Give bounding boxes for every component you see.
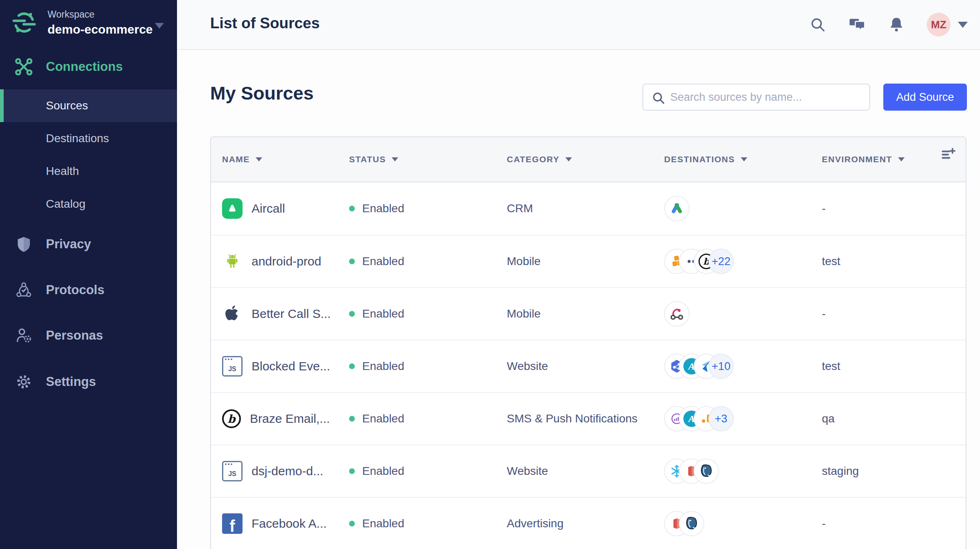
add-source-button[interactable]: Add Source [883, 84, 967, 111]
section-heading: My Sources [210, 83, 314, 104]
sidebar-item-catalog[interactable]: Catalog [0, 188, 177, 220]
source-name-cell: JSBlocked Eve... [222, 356, 349, 377]
source-name: dsj-demo-d... [252, 464, 323, 478]
page-title: List of Sources [210, 15, 320, 32]
sidebar: Workspace demo-ecommerce Connections Sou… [0, 0, 177, 549]
status-cell: Enabled [349, 307, 507, 320]
column-header-category[interactable]: CATEGORY [507, 154, 664, 164]
source-name-cell: Aircall [222, 198, 349, 219]
status-text: Enabled [362, 412, 404, 425]
sidebar-item-label: Health [46, 165, 79, 178]
sidebar-item-settings[interactable]: Settings [0, 365, 177, 398]
destinations-more-badge: +3 [708, 406, 734, 431]
column-header-destinations[interactable]: DESTINATIONS [664, 154, 822, 164]
destinations-cell: A+10 [664, 354, 822, 379]
status-cell: Enabled [349, 412, 507, 425]
sort-caret-icon [256, 157, 262, 161]
source-name: Blocked Eve... [252, 359, 330, 373]
gear-icon [15, 373, 33, 391]
table-row[interactable]: JSdsj-demo-d...EnabledWebsitestaging [211, 445, 966, 497]
status-dot-icon [349, 259, 355, 264]
workspace-name: demo-ecommerce [48, 23, 153, 36]
environment-cell: - [822, 307, 955, 320]
source-name: Facebook A... [252, 517, 327, 531]
user-menu-caret-icon [958, 22, 968, 28]
source-name-cell: fFacebook A... [222, 513, 349, 534]
table-row[interactable]: Better Call S...EnabledMobile- [211, 287, 966, 340]
android-source-icon [222, 251, 243, 272]
table-header: NAME STATUS CATEGORY DESTINATIONS ENVIRO… [211, 137, 966, 182]
status-dot-icon [349, 416, 355, 422]
source-name-cell: android-prod [222, 251, 349, 272]
environment-cell: qa [822, 412, 955, 425]
source-name-cell: Better Call S... [222, 304, 349, 324]
status-text: Enabled [362, 307, 404, 320]
status-cell: Enabled [349, 255, 507, 268]
status-cell: Enabled [349, 360, 507, 373]
table-body: AircallEnabledCRM-android-prodEnabledMob… [211, 182, 966, 549]
avatar[interactable]: MZ [927, 13, 951, 36]
destination-icon-google-ads [664, 196, 690, 221]
workspace-label: Workspace [48, 9, 153, 20]
sidebar-item-sources[interactable]: Sources [0, 89, 177, 122]
category-cell: CRM [507, 202, 664, 215]
sort-caret-icon [392, 157, 398, 161]
status-dot-icon [349, 468, 355, 474]
status-text: Enabled [362, 465, 404, 478]
column-header-environment[interactable]: ENVIRONMENT [822, 154, 955, 164]
main-content: My Sources Add Source NAME STATUS CATEGO… [177, 50, 980, 549]
app-window: Workspace demo-ecommerce Connections Sou… [0, 0, 980, 549]
customize-columns-icon[interactable] [940, 146, 956, 165]
sidebar-item-privacy[interactable]: Privacy [0, 228, 177, 261]
source-name: Better Call S... [252, 307, 331, 321]
table-row[interactable]: android-prodEnabledMobileb+22test [211, 235, 966, 287]
search-input[interactable] [670, 84, 867, 110]
category-cell: SMS & Push Notifications [507, 412, 664, 425]
sidebar-item-connections[interactable]: Connections [0, 50, 177, 83]
status-dot-icon [349, 521, 355, 526]
table-row[interactable]: bBraze Email,...EnabledSMS & Push Notifi… [211, 392, 966, 445]
destinations-more-badge: +10 [708, 354, 734, 379]
sort-caret-icon [898, 157, 905, 161]
column-header-status[interactable]: STATUS [349, 154, 507, 164]
sidebar-item-label: Catalog [46, 197, 86, 211]
status-text: Enabled [362, 202, 404, 215]
sidebar-item-personas[interactable]: Personas [0, 319, 177, 352]
environment-cell: test [822, 360, 955, 373]
source-name-cell: bBraze Email,... [222, 409, 349, 428]
environment-cell: - [822, 517, 955, 530]
sidebar-item-label: Protocols [46, 283, 104, 297]
destination-icon-webhook [664, 301, 690, 327]
table-row[interactable]: JSBlocked Eve...EnabledWebsiteA+10test [211, 340, 966, 392]
status-cell: Enabled [349, 202, 507, 215]
destinations-cell: A+3 [664, 406, 822, 431]
status-dot-icon [349, 363, 355, 369]
category-cell: Mobile [507, 307, 664, 320]
chat-icon[interactable] [848, 16, 866, 34]
source-name: Aircall [252, 202, 285, 216]
sidebar-item-destinations[interactable]: Destinations [0, 122, 177, 155]
table-row[interactable]: fFacebook A...EnabledAdvertising- [211, 497, 966, 549]
category-cell: Advertising [507, 517, 664, 530]
sidebar-item-label: Connections [46, 59, 123, 74]
search-icon [651, 91, 665, 105]
sources-search [642, 84, 870, 111]
sidebar-item-protocols[interactable]: Protocols [0, 274, 177, 306]
environment-cell: staging [822, 465, 955, 478]
protocols-icon [15, 281, 33, 299]
destinations-cell [664, 301, 822, 327]
column-header-name[interactable]: NAME [222, 154, 349, 164]
destination-icon-postgres [679, 511, 704, 536]
search-icon[interactable] [809, 16, 827, 34]
status-text: Enabled [362, 255, 404, 268]
shield-icon [15, 235, 33, 253]
sidebar-item-health[interactable]: Health [0, 155, 177, 188]
status-text: Enabled [362, 517, 404, 530]
bell-icon[interactable] [887, 16, 905, 34]
status-text: Enabled [362, 360, 404, 373]
user-menu[interactable]: MZ [927, 13, 968, 36]
source-name-cell: JSdsj-demo-d... [222, 461, 349, 481]
javascript-source-icon: JS [222, 356, 243, 377]
table-row[interactable]: AircallEnabledCRM- [211, 182, 966, 235]
connections-nodes-icon [15, 58, 33, 76]
